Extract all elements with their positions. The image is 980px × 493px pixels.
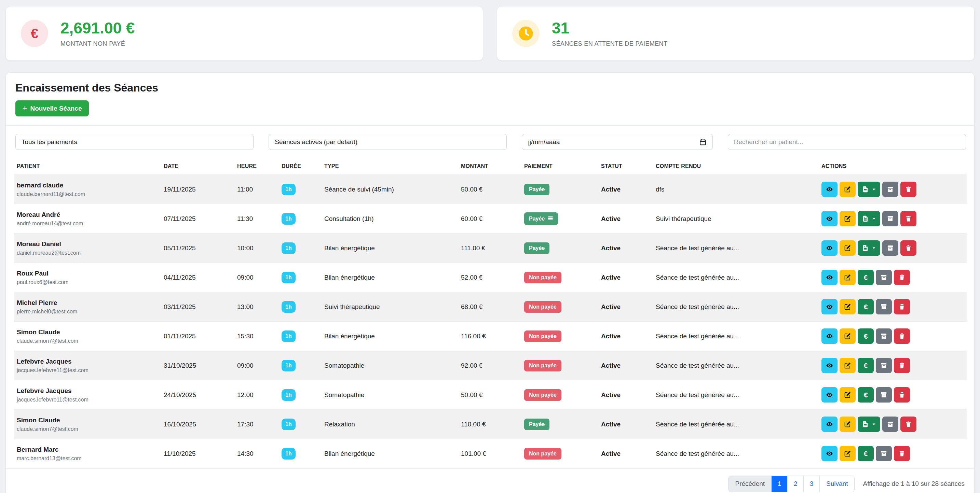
invoice-dropdown-button[interactable] <box>858 182 880 197</box>
edit-icon <box>844 450 851 457</box>
payment-filter-select[interactable]: Tous les paiements <box>15 134 253 150</box>
archive-button[interactable] <box>882 417 898 432</box>
collect-payment-button[interactable]: € <box>858 328 874 344</box>
panel-header: Encaissement des Séances + Nouvelle Séan… <box>6 73 974 126</box>
caret-down-icon <box>872 187 876 192</box>
payment-status-badge: Payée <box>524 418 549 430</box>
view-button[interactable] <box>821 182 837 197</box>
edit-button[interactable] <box>840 270 856 285</box>
patient-name: Simon Claude <box>17 417 158 424</box>
delete-button[interactable] <box>900 211 916 227</box>
invoice-dropdown-button[interactable] <box>858 417 880 432</box>
column-header: TYPE <box>321 157 458 175</box>
calendar-icon[interactable] <box>699 138 706 146</box>
date-filter-input[interactable]: jj/mm/aaaa <box>522 134 713 150</box>
pagination-page-button[interactable]: 3 <box>803 476 819 492</box>
edit-icon <box>844 362 851 369</box>
edit-button[interactable] <box>840 446 856 461</box>
pagination-prev-button[interactable]: Précédent <box>729 476 771 492</box>
collect-payment-button[interactable]: € <box>858 270 874 285</box>
euro-icon: € <box>864 391 868 399</box>
invoice-dropdown-button[interactable] <box>858 211 880 227</box>
archive-button[interactable] <box>876 358 892 373</box>
session-report: Séance de test générée au... <box>653 380 819 410</box>
status-filter-select[interactable]: Séances actives (par défaut) <box>269 134 507 150</box>
session-time: 14:30 <box>234 439 279 468</box>
trash-icon <box>905 244 912 252</box>
view-button[interactable] <box>821 446 837 461</box>
table-body: bernard claudeclaude.bernard11@test.com1… <box>14 175 967 468</box>
archive-button[interactable] <box>882 240 898 256</box>
patient-search-input[interactable] <box>734 138 960 146</box>
row-actions <box>821 182 964 197</box>
delete-button[interactable] <box>894 299 910 314</box>
collect-payment-button[interactable]: € <box>858 446 874 461</box>
archive-button[interactable] <box>882 211 898 227</box>
delete-button[interactable] <box>900 240 916 256</box>
view-button[interactable] <box>821 240 837 256</box>
archive-button[interactable] <box>876 328 892 344</box>
edit-button[interactable] <box>840 240 856 256</box>
new-session-button[interactable]: + Nouvelle Séance <box>15 100 89 116</box>
archive-button[interactable] <box>876 270 892 285</box>
session-time: 11:30 <box>234 204 279 233</box>
session-type: Relaxation <box>321 410 458 439</box>
session-time: 11:00 <box>234 175 279 204</box>
edit-button[interactable] <box>840 387 856 403</box>
session-type: Bilan énergétique <box>321 263 458 292</box>
session-time: 12:00 <box>234 380 279 410</box>
view-button[interactable] <box>821 328 837 344</box>
archive-button[interactable] <box>876 387 892 403</box>
collect-payment-button[interactable]: € <box>858 387 874 403</box>
edit-button[interactable] <box>840 328 856 344</box>
caret-down-icon <box>872 216 876 221</box>
pagination-next-button[interactable]: Suivant <box>819 476 854 492</box>
archive-button[interactable] <box>876 299 892 314</box>
edit-button[interactable] <box>840 358 856 373</box>
delete-button[interactable] <box>894 387 910 403</box>
caret-down-icon <box>872 246 876 250</box>
patient-name: Moreau Daniel <box>17 240 158 248</box>
payment-filter-value: Tous les paiements <box>22 138 77 146</box>
euro-icon: € <box>864 332 868 341</box>
delete-button[interactable] <box>900 417 916 432</box>
collect-payment-button[interactable]: € <box>858 358 874 373</box>
euro-icon: € <box>864 361 868 370</box>
view-button[interactable] <box>821 417 837 432</box>
view-button[interactable] <box>821 299 837 314</box>
filters-row: Tous les paiements Séances actives (par … <box>6 126 974 157</box>
clock-icon <box>512 20 539 47</box>
unpaid-amount-value: 2,691.00 € <box>60 19 135 37</box>
collect-payment-button[interactable]: € <box>858 299 874 314</box>
invoice-dropdown-button[interactable] <box>858 240 880 256</box>
pagination-page-button[interactable]: 1 <box>771 476 787 492</box>
session-report: Séance de test générée au... <box>653 322 819 351</box>
edit-button[interactable] <box>840 182 856 197</box>
delete-button[interactable] <box>894 446 910 461</box>
delete-button[interactable] <box>894 328 910 344</box>
session-report: Séance de test générée au... <box>653 351 819 380</box>
edit-button[interactable] <box>840 417 856 432</box>
patient-name: Roux Paul <box>17 270 158 277</box>
view-button[interactable] <box>821 211 837 227</box>
archive-button[interactable] <box>876 446 892 461</box>
view-button[interactable] <box>821 270 837 285</box>
session-status: Active <box>598 439 653 468</box>
column-header: PAIEMENT <box>522 157 598 175</box>
session-time: 17:30 <box>234 410 279 439</box>
edit-icon <box>844 215 851 222</box>
delete-button[interactable] <box>900 182 916 197</box>
pagination-page-button[interactable]: 2 <box>787 476 803 492</box>
edit-button[interactable] <box>840 299 856 314</box>
delete-button[interactable] <box>894 358 910 373</box>
view-button[interactable] <box>821 358 837 373</box>
column-header: COMPTE RENDU <box>653 157 819 175</box>
row-actions <box>821 211 964 227</box>
edit-button[interactable] <box>840 211 856 227</box>
invoice-icon <box>862 186 869 193</box>
view-button[interactable] <box>821 387 837 403</box>
delete-button[interactable] <box>894 270 910 285</box>
archive-icon <box>887 244 894 252</box>
session-report: Séance de test générée au... <box>653 263 819 292</box>
archive-button[interactable] <box>882 182 898 197</box>
